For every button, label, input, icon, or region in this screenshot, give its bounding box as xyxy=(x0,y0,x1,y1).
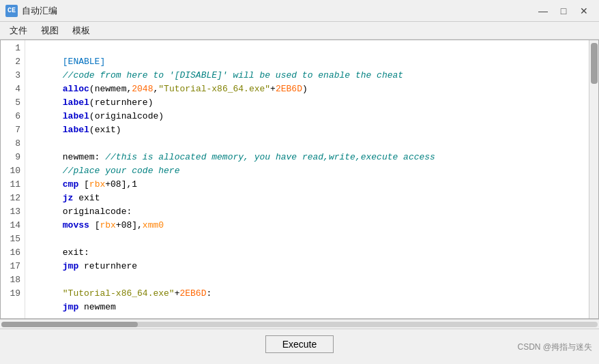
code-line-15: exit: xyxy=(31,232,583,246)
code-line-1: [ENABLE] xyxy=(31,42,583,55)
code-line-16: jmp returnhere xyxy=(31,246,583,260)
code-line-8: newmem: //this is allocated memory, you … xyxy=(31,137,583,151)
line-num-4: 4 xyxy=(1,82,25,96)
maximize-button[interactable]: □ xyxy=(554,3,573,18)
line-num-16: 16 xyxy=(1,246,25,260)
line-num-15: 15 xyxy=(1,232,25,246)
window-controls: — □ ✕ xyxy=(534,3,594,18)
scrollbar-h-track xyxy=(1,322,598,327)
line-num-8: 8 xyxy=(1,137,25,151)
menu-view[interactable]: 视图 xyxy=(34,22,65,39)
app-icon: CE xyxy=(5,5,18,17)
line-num-2: 2 xyxy=(1,55,25,69)
code-editor[interactable]: [ENABLE] //code from here to '[DISABLE]'… xyxy=(25,40,589,318)
menu-template[interactable]: 模板 xyxy=(65,22,97,39)
line-num-12: 12 xyxy=(1,192,25,205)
line-num-1: 1 xyxy=(1,42,25,55)
vertical-scrollbar[interactable] xyxy=(589,40,598,318)
line-num-18: 18 xyxy=(1,273,25,287)
line-num-14: 14 xyxy=(1,219,25,232)
line-num-10: 10 xyxy=(1,164,25,178)
code-line-18: "Tutorial-x86_64.exe"+2EB6D: xyxy=(31,273,583,287)
menu-file[interactable]: 文件 xyxy=(3,22,34,39)
code-line-12: originalcode: xyxy=(31,192,583,205)
close-button[interactable]: ✕ xyxy=(574,3,594,18)
line-num-9: 9 xyxy=(1,151,25,164)
editor-area: 1 2 3 4 5 6 7 8 9 10 11 12 13 14 15 16 1… xyxy=(0,40,599,319)
line-num-19: 19 xyxy=(1,287,25,301)
line-num-5: 5 xyxy=(1,96,25,110)
code-line-2: //code from here to '[DISABLE]' will be … xyxy=(31,55,583,69)
title-bar: CE 自动汇编 — □ ✕ xyxy=(0,0,599,22)
horizontal-scrollbar[interactable] xyxy=(0,319,599,329)
scrollbar-thumb-v[interactable] xyxy=(591,43,598,84)
line-num-17: 17 xyxy=(1,260,25,273)
line-numbers: 1 2 3 4 5 6 7 8 9 10 11 12 13 14 15 16 1… xyxy=(1,40,25,318)
watermark: CSDN @拇指与迷失 xyxy=(517,342,592,353)
menu-bar: 文件 视图 模板 xyxy=(0,22,599,40)
scrollbar-h-thumb[interactable] xyxy=(1,322,138,327)
bottom-bar: Execute CSDN @拇指与迷失 xyxy=(0,329,599,359)
execute-button[interactable]: Execute xyxy=(265,335,334,353)
line-num-7: 7 xyxy=(1,123,25,137)
line-num-6: 6 xyxy=(1,110,25,123)
line-num-3: 3 xyxy=(1,69,25,82)
minimize-button[interactable]: — xyxy=(534,3,553,18)
window-title: 自动汇编 xyxy=(22,5,534,17)
line-num-11: 11 xyxy=(1,178,25,192)
line-num-13: 13 xyxy=(1,205,25,219)
